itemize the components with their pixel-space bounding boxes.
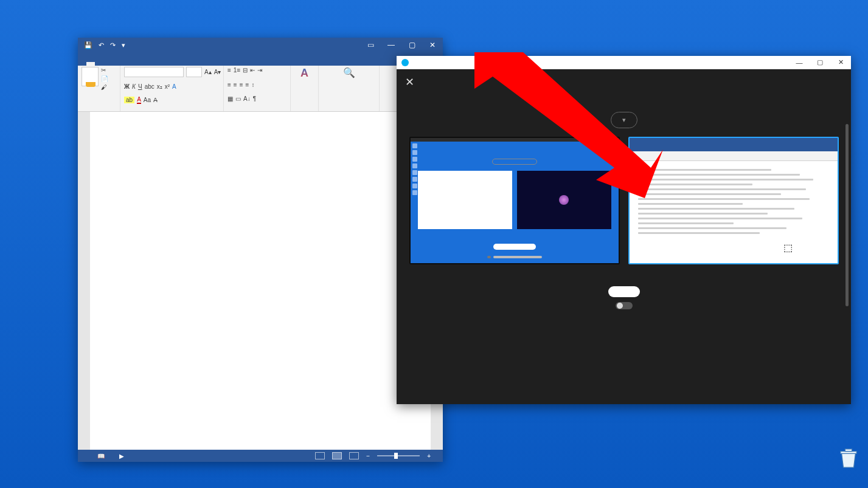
format-painter-icon[interactable]: 🖌 — [101, 84, 108, 91]
font-color-btn[interactable]: A — [137, 96, 141, 104]
sort-btn[interactable]: A↓ — [243, 95, 251, 102]
start-sharing-button[interactable] — [608, 286, 640, 297]
qat-dd-icon[interactable]: ▾ — [122, 41, 125, 49]
word-close-btn[interactable]: ✕ — [422, 41, 443, 49]
audio-toggle[interactable] — [616, 302, 633, 309]
skype-minimize-btn[interactable]: ― — [789, 56, 810, 69]
panel-close-icon[interactable]: ✕ — [405, 75, 414, 89]
numbering-btn[interactable]: 1≡ — [234, 67, 240, 74]
word-page — [90, 112, 431, 450]
save-icon[interactable]: 💾 — [84, 41, 92, 49]
skype-maximize-btn[interactable]: ▢ — [810, 56, 830, 69]
shading-btn[interactable]: ▦ — [227, 95, 233, 102]
share-mode-dropdown[interactable] — [611, 112, 637, 128]
word-document-area[interactable] — [78, 112, 443, 450]
word-statusbar: 📖 ▶ − + — [78, 450, 443, 462]
subscript-btn[interactable]: x₂ — [157, 83, 162, 90]
skype-share-panel: ✕ — [397, 69, 851, 404]
word-window: 💾 ↶ ↷ ▾ ▭ ― ▢ ✕ 💡 👤 — [78, 38, 443, 462]
dec-indent-btn[interactable]: ⇤ — [250, 67, 255, 74]
multilevel-btn[interactable]: ⊟ — [243, 67, 248, 74]
copy-icon[interactable]: 📄 — [101, 75, 108, 82]
scrollbar[interactable] — [845, 124, 849, 306]
text-effects-icon[interactable]: A — [172, 83, 176, 90]
word-maximize-btn[interactable]: ▢ — [401, 41, 422, 49]
skype-logo-icon — [401, 59, 409, 66]
share-thumb-skype[interactable] — [409, 137, 620, 269]
zoom-in-btn[interactable]: + — [427, 453, 431, 459]
change-case-btn[interactable]: Aa — [144, 97, 151, 103]
align-right-btn[interactable]: ≡ — [240, 81, 243, 88]
underline-btn[interactable]: Ч — [138, 83, 142, 90]
clear-format-btn[interactable]: A̶ — [153, 97, 158, 103]
read-mode-icon[interactable] — [315, 452, 325, 459]
macro-icon[interactable]: ▶ — [119, 453, 124, 459]
font-size-select[interactable] — [186, 67, 202, 77]
print-layout-icon[interactable] — [332, 452, 342, 459]
skype-close-btn[interactable]: ✕ — [830, 56, 851, 69]
align-left-btn[interactable]: ≡ — [227, 81, 231, 88]
grow-font-icon[interactable]: A▴ — [204, 69, 212, 75]
styles-icon[interactable]: A — [300, 67, 308, 80]
find-icon[interactable]: 🔍 — [343, 67, 355, 78]
word-ribbon: ✂ 📄 🖌 A▴ A▾ Ж К Ч abc x₂ x² A — [78, 66, 443, 112]
redo-icon[interactable]: ↷ — [110, 41, 116, 49]
recycle-bin[interactable] — [827, 447, 868, 471]
word-minimize-btn[interactable]: ― — [381, 41, 401, 49]
show-marks-btn[interactable]: ¶ — [253, 95, 256, 102]
undo-icon[interactable]: ↶ — [99, 41, 104, 49]
cut-icon[interactable]: ✂ — [101, 67, 108, 74]
italic-btn[interactable]: К — [132, 83, 136, 90]
highlight-btn[interactable]: ab — [124, 97, 134, 103]
strike-btn[interactable]: abc — [145, 83, 155, 90]
bold-btn[interactable]: Ж — [124, 83, 130, 90]
zoom-slider[interactable] — [377, 455, 420, 456]
font-select[interactable] — [124, 67, 184, 77]
web-layout-icon[interactable] — [349, 452, 359, 459]
justify-btn[interactable]: ≡ — [246, 81, 249, 88]
word-tabs: 💡 👤 — [78, 52, 443, 66]
align-center-btn[interactable]: ≡ — [234, 81, 237, 88]
superscript-btn[interactable]: x² — [165, 83, 170, 90]
bullets-btn[interactable]: ≡ — [227, 67, 231, 74]
ribbon-opts-icon[interactable]: ▭ — [360, 41, 381, 49]
word-titlebar[interactable]: 💾 ↶ ↷ ▾ ▭ ― ▢ ✕ — [78, 38, 443, 52]
skype-titlebar[interactable]: ― ▢ ✕ — [397, 56, 851, 69]
share-thumb-word[interactable] — [628, 137, 839, 269]
borders-btn[interactable]: ▭ — [235, 95, 241, 102]
zoom-out-btn[interactable]: − — [366, 453, 370, 459]
line-spacing-btn[interactable]: ↕ — [251, 81, 254, 88]
skype-window: ― ▢ ✕ ✕ — [397, 56, 851, 404]
inc-indent-btn[interactable]: ⇥ — [257, 67, 262, 74]
spell-icon[interactable]: 📖 — [97, 453, 105, 459]
shrink-font-icon[interactable]: A▾ — [214, 69, 221, 75]
